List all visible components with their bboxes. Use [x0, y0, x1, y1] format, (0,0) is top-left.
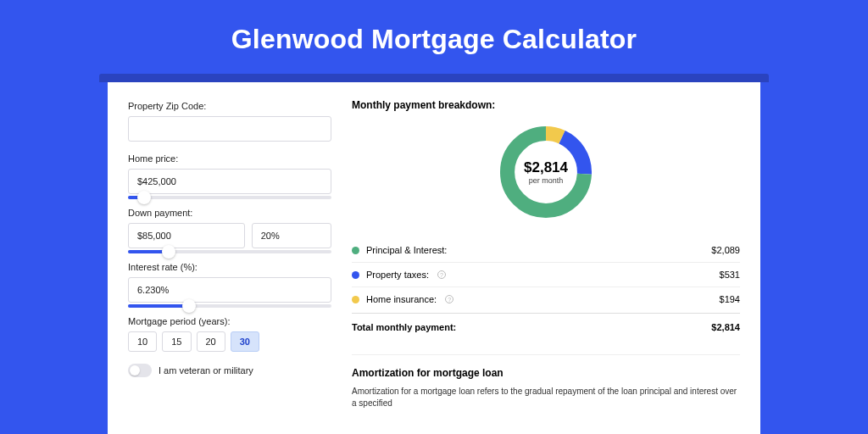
calculator-card: Property Zip Code: Home price: Down paym… [108, 82, 760, 434]
breakdown-label: Property taxes: [366, 270, 429, 280]
period-btn-20[interactable]: 20 [197, 331, 225, 352]
breakdown-title: Monthly payment breakdown: [352, 99, 740, 111]
period-btn-10[interactable]: 10 [128, 331, 157, 352]
home-price-input[interactable] [128, 169, 331, 194]
interest-slider[interactable] [128, 304, 331, 308]
interest-input[interactable] [128, 277, 331, 303]
amortization-section: Amortization for mortgage loan Amortizat… [352, 354, 740, 409]
down-payment-slider[interactable] [128, 250, 331, 253]
page-title: Glenwood Mortgage Calculator [231, 24, 637, 55]
total-row: Total monthly payment: $2,814 [352, 313, 740, 339]
info-icon[interactable]: ? [437, 270, 446, 279]
breakdown-row: Property taxes:?$531 [352, 263, 740, 287]
breakdown-value: $531 [720, 270, 740, 280]
breakdown-label: Principal & Interest: [366, 245, 447, 255]
veteran-label: I am veteran or military [159, 365, 253, 376]
down-payment-pct-input[interactable] [252, 223, 331, 248]
down-payment-input[interactable] [128, 223, 245, 248]
zip-label: Property Zip Code: [128, 101, 331, 111]
legend-dot [352, 271, 359, 279]
down-payment-slider-thumb[interactable] [162, 245, 175, 259]
breakdown-row: Home insurance:?$194 [352, 287, 740, 311]
legend-dot [352, 296, 359, 303]
donut-chart: $2,814 per month [352, 121, 740, 223]
amortization-title: Amortization for mortgage loan [352, 367, 740, 379]
interest-label: Interest rate (%): [128, 262, 331, 272]
amortization-text: Amortization for a mortgage loan refers … [352, 386, 740, 409]
donut-sub: per month [529, 176, 564, 185]
zip-input[interactable] [128, 116, 331, 142]
breakdown-row: Principal & Interest:$2,089 [352, 238, 740, 263]
period-btn-30[interactable]: 30 [231, 331, 259, 352]
period-label: Mortgage period (years): [128, 316, 331, 326]
interest-slider-thumb[interactable] [182, 299, 196, 313]
breakdown-label: Home insurance: [366, 294, 437, 304]
home-price-label: Home price: [128, 153, 331, 164]
veteran-toggle[interactable] [128, 364, 152, 377]
donut-amount: $2,814 [524, 159, 568, 176]
total-label: Total monthly payment: [352, 322, 456, 332]
breakdown-value: $194 [720, 294, 740, 304]
toggle-knob [130, 365, 140, 376]
home-price-slider[interactable] [128, 196, 331, 199]
breakdown-value: $2,089 [711, 245, 740, 255]
info-icon[interactable]: ? [445, 295, 453, 303]
period-buttons: 10152030 [128, 331, 331, 352]
card-shadow [99, 74, 769, 82]
total-value: $2,814 [711, 322, 740, 332]
home-price-slider-thumb[interactable] [137, 191, 151, 204]
period-btn-15[interactable]: 15 [162, 331, 191, 352]
breakdown-panel: Monthly payment breakdown: $2,814 per mo… [352, 99, 740, 434]
down-payment-label: Down payment: [128, 208, 331, 218]
legend-dot [352, 247, 359, 254]
form-panel: Property Zip Code: Home price: Down paym… [128, 99, 331, 434]
